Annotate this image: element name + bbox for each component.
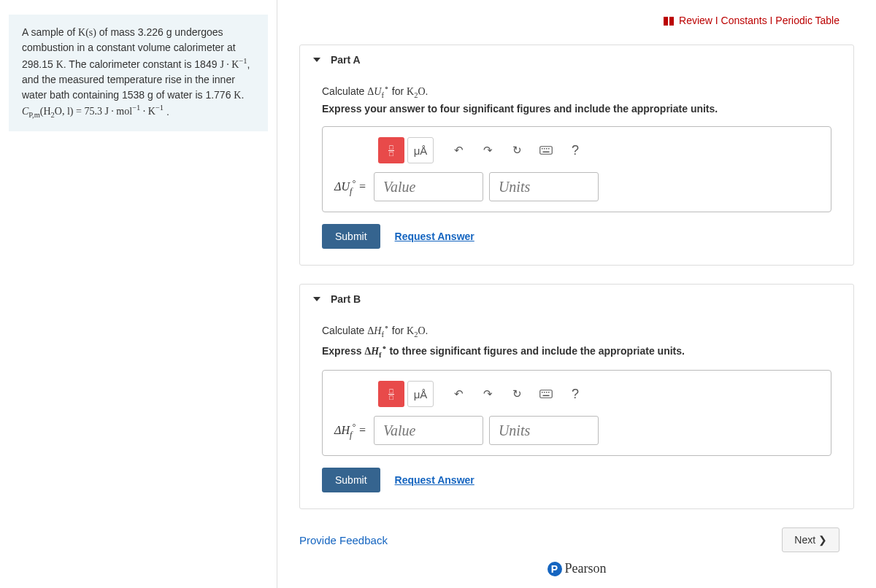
redo-button[interactable]: ↷ <box>474 381 501 407</box>
template-button[interactable]: □□ <box>378 381 404 407</box>
redo-button[interactable]: ↷ <box>474 137 501 163</box>
part-a-title: Part A <box>331 54 361 66</box>
var-label-a: ΔUf° = <box>334 178 374 197</box>
template-button[interactable]: □□ <box>378 137 404 163</box>
book-icon <box>664 17 674 26</box>
problem-statement: A sample of K(s) of mass 3.226 g undergo… <box>9 15 268 131</box>
constants-link[interactable]: Constants <box>721 15 767 26</box>
pearson-logo: PPearson <box>299 561 854 576</box>
keyboard-icon <box>539 387 553 401</box>
units-angstrom-button[interactable]: μÅ <box>407 137 434 163</box>
part-a: Part A Calculate ΔUf∘ for K2O. Express y… <box>299 45 854 266</box>
pearson-icon: P <box>548 562 562 576</box>
top-links: Review I Constants I Periodic Table <box>299 15 854 26</box>
part-b: Part B Calculate ΔHf∘ for K2O. Express Δ… <box>299 284 854 509</box>
value-input-a[interactable] <box>374 172 483 201</box>
toolbar-a: □□ μÅ ↶ ↷ ↻ ? <box>378 137 819 163</box>
part-b-header: Part B <box>300 285 853 314</box>
keyboard-icon <box>539 144 553 157</box>
svg-rect-7 <box>542 392 543 393</box>
request-answer-a[interactable]: Request Answer <box>395 231 474 242</box>
toolbar-b: □□ μÅ ↶ ↷ ↻ ? <box>378 381 819 407</box>
part-a-prompt: Calculate ΔUf∘ for K2O. <box>322 83 831 98</box>
undo-button[interactable]: ↶ <box>445 381 472 407</box>
request-answer-b[interactable]: Request Answer <box>395 474 474 486</box>
answer-box-a: □□ μÅ ↶ ↷ ↻ ? ΔUf° = <box>322 126 831 212</box>
svg-rect-4 <box>548 148 550 150</box>
undo-button[interactable]: ↶ <box>445 137 472 163</box>
part-b-hint: Express ΔHf∘ to three significant figure… <box>322 343 831 358</box>
units-input-a[interactable] <box>489 172 599 201</box>
svg-rect-5 <box>543 152 550 153</box>
reset-button[interactable]: ↻ <box>504 137 530 163</box>
collapse-icon[interactable] <box>313 58 320 62</box>
reset-button[interactable]: ↻ <box>504 381 530 407</box>
problem-sidebar: A sample of K(s) of mass 3.226 g undergo… <box>0 0 277 588</box>
help-button[interactable]: ? <box>562 137 588 163</box>
periodic-table-link[interactable]: Periodic Table <box>775 15 840 26</box>
submit-button-b[interactable]: Submit <box>322 468 380 492</box>
review-link[interactable]: Review <box>679 15 712 26</box>
provide-feedback-link[interactable]: Provide Feedback <box>299 534 388 546</box>
keyboard-button[interactable] <box>533 381 559 407</box>
keyboard-button[interactable] <box>533 137 559 163</box>
value-input-b[interactable] <box>374 416 483 445</box>
next-button[interactable]: Next ❯ <box>782 527 840 552</box>
help-button[interactable]: ? <box>562 381 588 407</box>
svg-rect-0 <box>540 147 553 155</box>
svg-rect-11 <box>543 395 550 397</box>
svg-rect-3 <box>546 148 548 150</box>
answer-box-b: □□ μÅ ↶ ↷ ↻ ? ΔHf° = <box>322 370 831 456</box>
part-a-header: Part A <box>300 45 853 74</box>
svg-rect-8 <box>544 392 545 393</box>
svg-rect-6 <box>540 390 553 398</box>
svg-rect-10 <box>548 392 550 393</box>
part-b-title: Part B <box>331 293 361 305</box>
submit-button-a[interactable]: Submit <box>322 224 380 249</box>
svg-rect-1 <box>542 148 543 150</box>
main-content: Review I Constants I Periodic Table Part… <box>277 0 876 588</box>
part-a-hint: Express your answer to four significant … <box>322 103 831 115</box>
var-label-b: ΔHf° = <box>334 422 374 441</box>
part-b-prompt: Calculate ΔHf∘ for K2O. <box>322 322 831 338</box>
collapse-icon[interactable] <box>313 297 320 301</box>
units-input-b[interactable] <box>489 416 599 445</box>
units-angstrom-button[interactable]: μÅ <box>407 381 434 407</box>
svg-rect-9 <box>546 392 548 393</box>
svg-rect-2 <box>544 148 545 150</box>
